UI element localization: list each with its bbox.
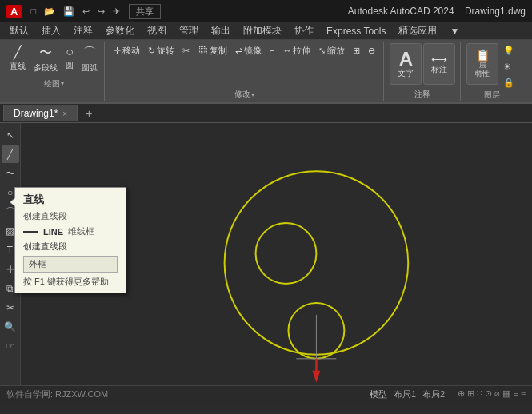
open-icon[interactable]: 📂: [42, 6, 58, 18]
status-bar: 软件自学网: RJZXW.COM 模型 布局1 布局2 ⊕ ⊞ ∷ ⊙ ⌀ ▦ …: [0, 385, 532, 403]
menu-default[interactable]: 默认: [3, 22, 35, 39]
tooltip-title: 直线: [23, 193, 118, 207]
circle-icon: ○: [66, 45, 74, 59]
3d-icon[interactable]: ✈: [110, 6, 122, 18]
trim-button[interactable]: ✂: [179, 43, 194, 58]
polyline-icon: 〜: [39, 45, 52, 62]
draw-group-dropdown[interactable]: ▾: [61, 80, 64, 87]
mirror-button[interactable]: ⇌ 镜像: [232, 43, 265, 58]
layer-lock-button[interactable]: 🔒: [500, 75, 518, 90]
erase-icon: ⊖: [368, 46, 375, 56]
array-button[interactable]: ⊞: [350, 43, 363, 58]
layer-group-label: 图层: [484, 90, 500, 102]
tooltip-description: 创建直线段: [23, 210, 118, 222]
draw-group-label: 绘图: [44, 78, 60, 90]
layer-off-button[interactable]: 💡: [500, 43, 518, 58]
menu-collaborate[interactable]: 协作: [288, 22, 320, 39]
line-preview-icon: [23, 231, 38, 233]
scale-icon: ⤡: [318, 46, 326, 56]
erase-button[interactable]: ⊖: [365, 43, 378, 58]
scale-button[interactable]: ⤡ 缩放: [315, 43, 348, 58]
menu-view[interactable]: 视图: [141, 22, 173, 39]
inner-left-circle: [256, 223, 317, 284]
drawing-tab-1[interactable]: Drawing1* ×: [3, 105, 78, 121]
menu-manage[interactable]: 管理: [173, 22, 205, 39]
tooltip-outer-label: 外框: [23, 256, 118, 273]
move-button[interactable]: ✛ 移动: [110, 43, 143, 58]
copy-button[interactable]: ⿻ 复制: [196, 43, 230, 58]
save-icon[interactable]: 💾: [61, 6, 77, 18]
polyline-tool[interactable]: 〜: [2, 165, 19, 182]
modify-dropdown[interactable]: ▾: [251, 91, 254, 98]
rotate-button[interactable]: ↻ 旋转: [145, 43, 178, 58]
line-tooltip-popup: 直线 创建直线段 LINE 维线框 创建直线段 外框 按 F1 键获得更多帮助: [14, 187, 126, 293]
drawing-tabs: Drawing1* × +: [0, 104, 532, 123]
layer-properties-button[interactable]: 📋 层特性: [466, 43, 498, 85]
fillet-button[interactable]: ⌐: [266, 43, 278, 58]
select-tool[interactable]: ↖: [2, 126, 19, 144]
layer-freeze-button[interactable]: ☀: [500, 59, 518, 74]
dimension-button[interactable]: ⟷ 标注: [423, 43, 455, 85]
array-icon: ⊞: [353, 46, 360, 56]
annotate-group-label: 注释: [414, 89, 430, 101]
menu-more[interactable]: ▼: [443, 24, 466, 38]
title-bar: A □ 📂 💾 ↩ ↪ ✈ 共享 Autodesk AutoCAD 2024 D…: [0, 0, 532, 22]
ribbon: ╱ 直线 〜 多段线 ○ 圆 ⌒ 圆弧 绘图 ▾: [0, 40, 532, 104]
undo-icon[interactable]: ↩: [80, 6, 92, 18]
layout1-tab[interactable]: 布局1: [394, 388, 416, 400]
bulb-icon: 💡: [503, 46, 514, 56]
window-title: Autodesk AutoCAD 2024 Drawing1.dwg: [348, 6, 526, 17]
line-button[interactable]: ╱ 直线: [6, 43, 29, 75]
website-label: 软件自学网: RJZXW.COM: [6, 388, 108, 400]
menu-output[interactable]: 输出: [205, 22, 237, 39]
modify-buttons: ✛ 移动 ↻ 旋转 ✂ ⿻ 复制 ⇌ 镜像: [110, 43, 378, 89]
close-tab-icon[interactable]: ×: [62, 109, 67, 118]
arc-icon: ⌒: [83, 45, 96, 62]
mirror-icon: ⇌: [235, 46, 242, 56]
dimension-icon: ⟷: [431, 54, 447, 65]
menu-parametric[interactable]: 参数化: [99, 22, 141, 39]
redo-icon[interactable]: ↪: [95, 6, 107, 18]
ribbon-annotate-group: A 文字 ⟷ 标注 注释: [385, 42, 461, 101]
layer-icon: 📋: [476, 50, 490, 61]
ribbon-draw-group: ╱ 直线 〜 多段线 ○ 圆 ⌒ 圆弧 绘图 ▾: [3, 42, 105, 101]
pan-tool[interactable]: ☞: [2, 337, 19, 355]
ribbon-modify-group: ✛ 移动 ↻ 旋转 ✂ ⿻ 复制 ⇌ 镜像: [106, 42, 384, 101]
tooltip-line-preview: LINE 维线框: [23, 225, 118, 237]
ribbon-content: ╱ 直线 〜 多段线 ○ 圆 ⌒ 圆弧 绘图 ▾: [0, 40, 532, 102]
app-logo: A: [6, 5, 22, 18]
rotate-icon: ↻: [148, 46, 155, 56]
tooltip-help-text: 按 F1 键获得更多帮助: [23, 276, 118, 288]
annotate-buttons: A 文字 ⟷ 标注: [390, 43, 455, 89]
menu-featured-apps[interactable]: 精选应用: [392, 22, 443, 39]
menu-addon[interactable]: 附加模块: [237, 22, 288, 39]
model-tab[interactable]: 模型: [370, 388, 387, 400]
zoom-tool[interactable]: 🔍: [2, 318, 19, 336]
menu-bar: 默认 插入 注释 参数化 视图 管理 输出 附加模块 协作 Express To…: [0, 22, 532, 40]
canvas-area: ↖ ╱ 〜 ○ ⌒ ▨ T ✛ ⧉ ✂ 🔍 ☞ 直线 创建直线段 LINE 维线…: [0, 123, 532, 403]
lock-icon: 🔒: [503, 78, 514, 88]
line-icon: ╱: [14, 45, 22, 60]
layout2-tab[interactable]: 布局2: [422, 388, 445, 400]
text-button[interactable]: A 文字: [390, 43, 422, 85]
polyline-button[interactable]: 〜 多段线: [30, 43, 61, 75]
move-icon: ✛: [114, 46, 121, 56]
arc-button[interactable]: ⌒ 圆弧: [78, 43, 101, 75]
status-icons: ⊕ ⊞ ∷ ⊙ ⌀ ▦ ≡ ≈: [458, 388, 526, 400]
line-tool[interactable]: ╱: [2, 145, 19, 163]
modify-group-label: 修改: [234, 89, 250, 101]
circle-button[interactable]: ○ 圆: [62, 43, 77, 75]
tooltip-create-text: 创建直线段: [23, 241, 118, 253]
add-drawing-tab[interactable]: +: [79, 105, 98, 122]
menu-annotate[interactable]: 注释: [67, 22, 99, 39]
menu-express-tools[interactable]: Express Tools: [320, 24, 392, 38]
erase-tool[interactable]: ✂: [2, 299, 19, 316]
new-icon[interactable]: □: [28, 6, 38, 18]
stretch-button[interactable]: ↔ 拉伸: [279, 43, 314, 58]
copy-icon: ⿻: [199, 46, 208, 55]
ribbon-layer-group: 📋 层特性 💡 ☀ 🔒 图层: [462, 42, 522, 101]
text-icon: A: [399, 50, 413, 69]
menu-insert[interactable]: 插入: [35, 22, 67, 39]
share-button[interactable]: 共享: [129, 4, 161, 19]
draw-buttons: ╱ 直线 〜 多段线 ○ 圆 ⌒ 圆弧: [6, 43, 101, 75]
